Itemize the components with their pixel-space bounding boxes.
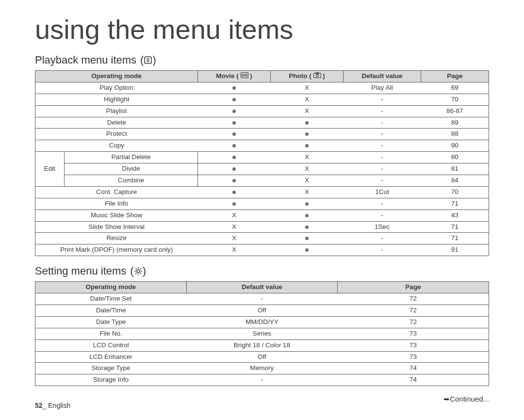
row-movie xyxy=(198,129,271,140)
row-page: 74 xyxy=(338,374,489,386)
row-name: Highlight xyxy=(35,94,198,105)
row-photo xyxy=(271,129,344,140)
row-photo xyxy=(271,233,344,244)
col-page: Page xyxy=(421,71,489,82)
svg-point-9 xyxy=(316,75,318,77)
row-name: File No. xyxy=(35,328,187,339)
row-page: 70 xyxy=(421,94,489,105)
row-page: 80 xyxy=(421,152,489,163)
row-default: - xyxy=(344,105,421,117)
row-photo: X xyxy=(271,105,344,117)
row-name: Partial Delete xyxy=(65,152,198,163)
bullet-icon xyxy=(305,237,309,240)
x-mark: X xyxy=(305,84,309,91)
row-photo: X xyxy=(271,94,344,105)
row-movie xyxy=(198,163,271,175)
footer-lang: English xyxy=(48,402,70,409)
table-row: Play OptionXPlay All69 xyxy=(35,82,489,94)
row-name: Date/Time xyxy=(35,305,187,317)
row-default: - xyxy=(344,117,421,129)
movie-icon xyxy=(241,72,248,78)
row-movie: X xyxy=(198,210,271,221)
table-header-row: Operating mode Movie ( ) Photo ( ) Defau… xyxy=(35,71,489,82)
page-title: using the menu items xyxy=(35,14,489,45)
bullet-icon xyxy=(232,202,236,206)
page-footer: 52_ English xyxy=(35,402,70,409)
x-mark: X xyxy=(305,188,309,195)
row-movie xyxy=(198,82,271,94)
row-page: 86-87 xyxy=(421,105,489,117)
row-default: Bright 18 / Color 18 xyxy=(186,339,338,351)
row-default: - xyxy=(344,175,421,187)
row-page: 73 xyxy=(338,328,489,339)
row-default: - xyxy=(344,244,421,256)
row-page: 70 xyxy=(421,186,489,198)
row-page: 81 xyxy=(421,163,489,175)
playback-icon: ( ) xyxy=(140,54,156,66)
col-movie: Movie ( ) xyxy=(198,71,271,82)
row-default: - xyxy=(344,163,421,175)
col-default: Default value xyxy=(186,282,338,293)
row-default: - xyxy=(344,129,421,140)
row-photo xyxy=(271,198,344,210)
row-default: - xyxy=(344,140,421,152)
section-playback-label: Playback menu items xyxy=(35,54,136,66)
row-photo: X xyxy=(271,82,344,94)
row-page: 91 xyxy=(421,244,489,256)
x-mark: X xyxy=(305,165,309,172)
svg-line-18 xyxy=(140,269,141,270)
table-row: Music Slide ShowX-43 xyxy=(35,210,489,221)
table-row: EditPartial DeleteX-80 xyxy=(35,152,489,163)
bullet-icon xyxy=(232,156,236,159)
col-op: Operating mode xyxy=(35,282,187,293)
x-mark: X xyxy=(232,234,236,242)
table-row: CombineX-84 xyxy=(35,175,489,187)
row-page: 69 xyxy=(421,82,489,94)
row-movie xyxy=(198,94,271,105)
row-name: Date/Time Set xyxy=(35,293,187,305)
table-row: PlaylistX-86-87 xyxy=(35,105,489,117)
row-name: Date Type xyxy=(35,316,187,328)
row-page: 84 xyxy=(421,175,489,187)
row-name: Play Option xyxy=(35,82,198,94)
table-row: Storage TypeMemory74 xyxy=(35,363,489,374)
row-movie xyxy=(198,105,271,117)
row-page: 71 xyxy=(421,198,489,210)
svg-line-16 xyxy=(140,273,141,274)
table-row: HighlightX-70 xyxy=(35,94,489,105)
row-name: File Info xyxy=(35,198,198,210)
bullet-icon xyxy=(305,226,309,229)
svg-line-15 xyxy=(135,269,136,270)
row-movie xyxy=(198,140,271,152)
table-row: Copy-90 xyxy=(35,140,489,152)
row-page: 88 xyxy=(421,129,489,140)
row-name: Copy xyxy=(35,140,198,152)
table-row: LCD ControlBright 18 / Color 1873 xyxy=(35,339,489,351)
continued-label: ➥Continued... xyxy=(35,395,489,404)
row-default: Off xyxy=(186,305,338,317)
table-row: DivideX-81 xyxy=(35,163,489,175)
table-row: File No.Series73 xyxy=(35,328,489,339)
row-photo xyxy=(271,140,344,152)
row-page: 71 xyxy=(421,233,489,244)
row-movie: X xyxy=(198,221,271,233)
bullet-icon xyxy=(232,110,236,113)
table-row: ResizeX-71 xyxy=(35,233,489,244)
bullet-icon xyxy=(305,144,309,147)
settings-icon: ( ) xyxy=(130,265,146,277)
row-default: - xyxy=(344,210,421,221)
bullet-icon xyxy=(232,179,236,182)
section-setting-title: Setting menu items ( ) xyxy=(35,265,489,277)
table-row: Protect-88 xyxy=(35,129,489,140)
row-name: Slide Show Interval xyxy=(35,221,198,233)
table-row: Slide Show IntervalX1Sec71 xyxy=(35,221,489,233)
row-name: Delete xyxy=(35,117,198,129)
row-default: - xyxy=(186,293,338,305)
table-row: Storage Info-74 xyxy=(35,374,489,386)
row-default: MM/DD/YY xyxy=(186,316,338,328)
x-mark: X xyxy=(232,223,236,230)
row-default: - xyxy=(344,233,421,244)
bullet-icon xyxy=(232,121,236,125)
row-name: Storage Info xyxy=(35,374,187,386)
col-page: Page xyxy=(338,282,489,293)
